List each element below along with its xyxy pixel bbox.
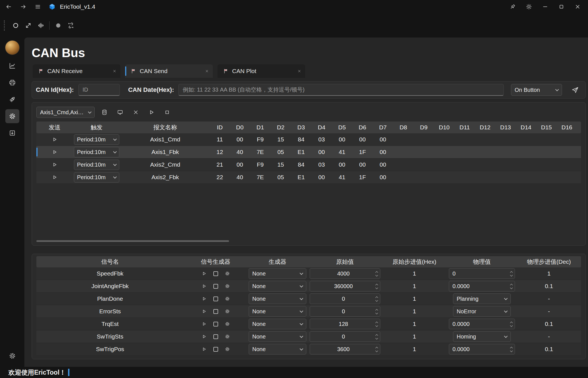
gear-icon[interactable] xyxy=(225,334,230,339)
generator-dropdown[interactable]: None xyxy=(249,293,306,304)
raw-value-spinner[interactable]: 0 xyxy=(310,306,380,317)
chart-nav-button[interactable] xyxy=(5,59,19,73)
spinner-buttons[interactable] xyxy=(376,283,378,290)
raw-value-spinner[interactable]: 128 xyxy=(310,319,380,329)
gear-icon[interactable] xyxy=(225,347,230,352)
play-icon[interactable] xyxy=(52,149,57,155)
spinner-buttons[interactable] xyxy=(510,321,512,328)
raw-value-spinner[interactable]: 0 xyxy=(310,331,380,342)
period-dropdown[interactable]: Period:10m xyxy=(74,172,119,183)
play-icon[interactable] xyxy=(202,309,207,314)
message-selector-dropdown[interactable]: Axis1_Cmd,Axi… xyxy=(36,107,95,118)
period-dropdown[interactable]: Period:10m xyxy=(74,160,119,170)
checkbox-icon[interactable] xyxy=(213,347,218,352)
pin-button[interactable] xyxy=(505,1,521,13)
tab-close-icon[interactable] xyxy=(297,69,301,73)
generator-dropdown[interactable]: None xyxy=(249,268,306,279)
menu-button[interactable] xyxy=(31,1,44,13)
send-button[interactable] xyxy=(569,83,582,96)
play-icon[interactable] xyxy=(52,174,57,180)
gear-icon[interactable] xyxy=(225,321,230,326)
message-row[interactable]: Period:10mAxis2_Cmd2100F9158403000000 xyxy=(36,158,581,171)
record-button[interactable] xyxy=(52,19,64,32)
horizontal-scrollbar[interactable] xyxy=(36,240,229,242)
spinner-buttons[interactable] xyxy=(376,346,378,353)
spinner-buttons[interactable] xyxy=(376,321,378,328)
play-icon[interactable] xyxy=(202,334,207,339)
message-row[interactable]: Period:10mAxis1_Fbk12407E05E100411F00 xyxy=(36,146,581,158)
tab-close-icon[interactable] xyxy=(205,69,209,73)
spinner-buttons[interactable] xyxy=(376,270,378,277)
message-row[interactable]: Period:10mAxis1_Cmd1100F9158403000000 xyxy=(36,133,581,146)
checkbox-icon[interactable] xyxy=(213,309,218,314)
connect-button[interactable] xyxy=(22,19,34,32)
gear-panel-nav-button[interactable] xyxy=(5,109,19,123)
user-avatar[interactable] xyxy=(5,40,20,55)
database-button[interactable] xyxy=(99,106,110,118)
message-row[interactable]: Period:10mAxis2_Fbk22407E05E100411F00 xyxy=(36,171,581,184)
signal-bars-button[interactable] xyxy=(34,19,47,32)
tab-can-plot[interactable]: CAN Plot xyxy=(218,64,305,78)
checkbox-icon[interactable] xyxy=(213,322,218,326)
can-id-input[interactable] xyxy=(78,84,120,96)
generator-dropdown[interactable]: None xyxy=(249,281,306,291)
maximize-button[interactable] xyxy=(553,1,570,13)
play-icon[interactable] xyxy=(202,271,207,276)
back-button[interactable] xyxy=(2,1,15,13)
checkbox-icon[interactable] xyxy=(213,334,218,339)
gear-icon[interactable] xyxy=(225,284,230,289)
minimize-button[interactable] xyxy=(537,1,553,13)
unlink-button[interactable] xyxy=(64,19,77,32)
tab-can-send[interactable]: CAN Send xyxy=(125,64,213,78)
spinner-buttons[interactable] xyxy=(376,333,378,340)
spinner-buttons[interactable] xyxy=(376,308,378,315)
checkbox-icon[interactable] xyxy=(213,297,218,301)
spinner-buttons[interactable] xyxy=(510,270,512,277)
generator-dropdown[interactable]: None xyxy=(249,344,306,354)
period-dropdown[interactable]: Period:10m xyxy=(74,134,119,145)
close-button[interactable] xyxy=(130,106,142,118)
can-data-input[interactable] xyxy=(178,84,504,96)
play-icon[interactable] xyxy=(52,162,57,167)
phys-value-dropdown[interactable]: Homing xyxy=(453,331,511,342)
spinner-buttons[interactable] xyxy=(376,295,378,302)
spinner-buttons[interactable] xyxy=(510,346,512,353)
printer-nav-button[interactable] xyxy=(5,76,19,90)
generator-dropdown[interactable]: None xyxy=(249,306,306,317)
gear-icon[interactable] xyxy=(225,271,230,276)
gear-icon[interactable] xyxy=(225,309,230,314)
phys-value-spinner[interactable]: 0.0000 xyxy=(449,281,515,291)
play-icon[interactable] xyxy=(202,296,207,301)
play-icon[interactable] xyxy=(202,321,207,326)
raw-value-spinner[interactable]: 4000 xyxy=(310,268,380,279)
forward-button[interactable] xyxy=(17,1,30,13)
settings-nav-button[interactable] xyxy=(5,349,19,363)
raw-value-spinner[interactable]: 360000 xyxy=(310,281,380,291)
spinner-buttons[interactable] xyxy=(510,283,512,290)
period-dropdown[interactable]: Period:10m xyxy=(74,147,119,157)
play-icon[interactable] xyxy=(202,347,207,352)
phys-value-spinner[interactable]: 0.0000 xyxy=(449,319,515,329)
phys-value-dropdown[interactable]: NoError xyxy=(453,306,511,317)
play-icon[interactable] xyxy=(202,284,207,289)
phys-value-spinner[interactable]: 0 xyxy=(449,268,515,279)
checkbox-icon[interactable] xyxy=(213,271,218,276)
status-circle-button[interactable] xyxy=(9,19,22,32)
phys-value-spinner[interactable]: 0.0000 xyxy=(449,344,515,354)
raw-value-spinner[interactable]: 0 xyxy=(310,293,380,304)
phys-value-dropdown[interactable]: Planning xyxy=(453,293,511,304)
generator-dropdown[interactable]: None xyxy=(249,319,306,329)
tab-close-icon[interactable] xyxy=(113,69,116,73)
close-button[interactable] xyxy=(570,1,586,13)
monitor-button[interactable] xyxy=(114,106,126,118)
stop-button[interactable] xyxy=(161,106,173,118)
rocket-nav-button[interactable] xyxy=(5,92,19,106)
raw-value-spinner[interactable]: 3600 xyxy=(310,344,380,354)
tab-can-receive[interactable]: CAN Receive xyxy=(33,64,120,78)
theme-button[interactable] xyxy=(521,1,537,13)
play-button[interactable] xyxy=(146,106,157,118)
trigger-mode-dropdown[interactable]: On Button xyxy=(511,84,562,96)
import-nav-button[interactable] xyxy=(5,126,19,140)
generator-dropdown[interactable]: None xyxy=(249,331,306,342)
play-icon[interactable] xyxy=(52,137,57,142)
